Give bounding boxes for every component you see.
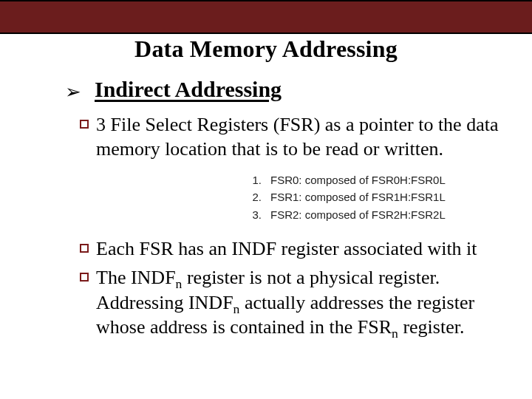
- bullet-text: 3 File Select Registers (FSR) as a point…: [96, 112, 502, 162]
- list-number: 3.: [251, 206, 262, 223]
- text-run: The INDF: [96, 267, 176, 288]
- slide: Data Memory Addressing ➢ Indirect Addres…: [0, 0, 532, 399]
- list-item: 2. FSR1: composed of FSR1H:FSR1L: [251, 188, 446, 205]
- square-bullet-icon: [80, 120, 89, 129]
- list-item: The INDFn register is not a physical reg…: [80, 265, 502, 339]
- list-text: FSR1: composed of FSR1H:FSR1L: [270, 188, 446, 205]
- list-number: 1.: [251, 171, 262, 188]
- list-item: 3 File Select Registers (FSR) as a point…: [80, 112, 502, 162]
- square-bullet-icon: [80, 244, 89, 253]
- title-bar: [0, 0, 532, 34]
- list-number: 2.: [251, 188, 262, 205]
- bullet-text: The INDFn register is not a physical reg…: [96, 265, 502, 339]
- square-bullet-icon: [80, 273, 89, 282]
- subscript: n: [392, 326, 398, 341]
- list-item: Each FSR has an INDF register associated…: [80, 236, 502, 261]
- slide-title: Data Memory Addressing: [0, 35, 532, 63]
- section-heading-row: ➢ Indirect Addressing: [65, 77, 502, 102]
- list-item: 1. FSR0: composed of FSR0H:FSR0L: [251, 171, 446, 188]
- arrow-bullet-icon: ➢: [65, 82, 81, 101]
- bullet-block-2: Each FSR has an INDF register associated…: [80, 236, 502, 339]
- bullet-text: Each FSR has an INDF register associated…: [96, 236, 502, 261]
- list-text: FSR0: composed of FSR0H:FSR0L: [270, 171, 446, 188]
- bullet-block-1: 3 File Select Registers (FSR) as a point…: [80, 112, 502, 162]
- text-run: register.: [398, 316, 465, 338]
- fsr-list: 1. FSR0: composed of FSR0H:FSR0L 2. FSR1…: [251, 171, 446, 223]
- list-item: 3. FSR2: composed of FSR2H:FSR2L: [251, 206, 446, 223]
- section-heading: Indirect Addressing: [95, 77, 282, 102]
- list-text: FSR2: composed of FSR2H:FSR2L: [270, 206, 446, 223]
